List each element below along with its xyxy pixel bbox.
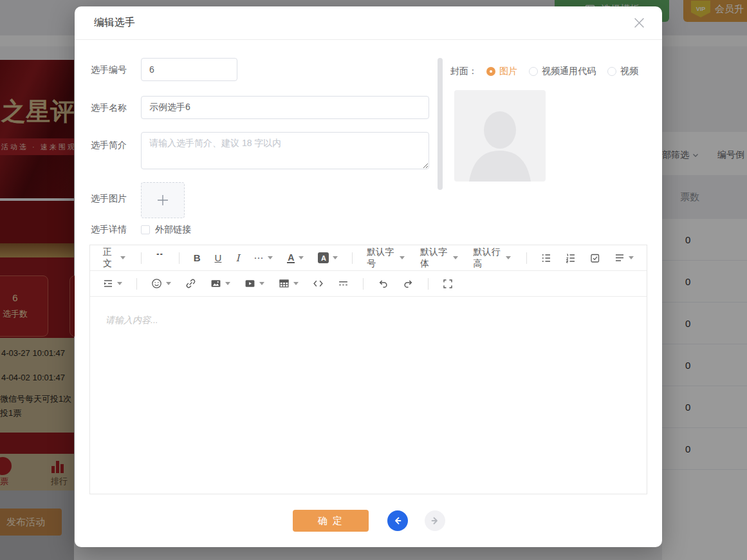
font-color-dropdown[interactable]: A: [287, 253, 304, 263]
editor-placeholder: 请输入内容...: [106, 315, 158, 326]
bg-color-dropdown[interactable]: A: [318, 252, 338, 263]
screen: 选择模板 VIP 会员升 之星评 活动选 · 速来围观 6 选手数 4-03-2…: [0, 0, 747, 560]
plus-icon: [155, 192, 171, 208]
editor-toolbar-row-1: 正文 “ B U I ⋯ A A: [90, 245, 647, 271]
rich-text-editor: 正文 “ B U I ⋯ A A: [89, 245, 647, 494]
task-list-button[interactable]: [590, 253, 600, 263]
cover-label: 封面：: [450, 66, 477, 77]
link-button[interactable]: [185, 278, 196, 289]
emoji-icon: [151, 278, 162, 289]
editor-content-area[interactable]: 请输入内容...: [90, 297, 647, 494]
line-height-dropdown[interactable]: 默认行高: [474, 247, 512, 270]
player-intro-label: 选手简介: [91, 140, 127, 151]
external-link-checkbox[interactable]: [141, 225, 150, 234]
arrow-left-icon: [392, 515, 403, 527]
cover-option-video-code[interactable]: 视频通用代码: [529, 66, 596, 77]
person-silhouette-icon: [461, 106, 539, 182]
link-icon: [185, 278, 196, 289]
underline-button[interactable]: U: [215, 252, 222, 263]
close-button[interactable]: [632, 17, 645, 30]
horizontal-rule-icon: [338, 278, 349, 289]
bullet-list-button[interactable]: [541, 253, 551, 263]
caret-down-icon: [268, 256, 273, 259]
cover-options: 封面： 图片 视频通用代码 视频: [450, 66, 638, 77]
bullet-list-icon: [541, 253, 551, 263]
edit-player-modal: 编辑选手 选手编号 选手名称 选手简介 选手图片 选手详情 外部链接 封面：: [75, 6, 662, 547]
modal-header: 编辑选手: [75, 6, 662, 40]
form-scrollbar-thumb[interactable]: [438, 58, 443, 190]
undo-button[interactable]: [378, 278, 389, 289]
caret-down-icon: [120, 256, 125, 259]
caret-down-icon: [629, 256, 634, 259]
ordered-list-icon: [566, 253, 576, 263]
italic-button[interactable]: I: [235, 252, 239, 264]
insert-video-dropdown[interactable]: [244, 278, 264, 289]
radio-icon: [607, 67, 616, 76]
caret-down-icon: [506, 256, 511, 259]
player-number-label: 选手编号: [91, 64, 127, 76]
emoji-dropdown[interactable]: [151, 278, 171, 289]
toolbar-separator: [428, 278, 429, 290]
indent-icon: [103, 279, 113, 289]
more-styles-dropdown[interactable]: ⋯: [254, 252, 273, 264]
player-name-input[interactable]: [141, 96, 429, 119]
radio-icon: [529, 67, 538, 76]
caret-down-icon: [293, 282, 299, 285]
toolbar-separator: [363, 278, 364, 290]
redo-icon: [403, 278, 414, 289]
player-detail-label: 选手详情: [91, 224, 127, 236]
font-size-dropdown[interactable]: 默认字号: [367, 247, 405, 270]
task-list-icon: [590, 253, 600, 263]
image-icon: [210, 278, 221, 289]
ordered-list-button[interactable]: [566, 253, 576, 263]
fullscreen-icon: [443, 279, 453, 289]
caret-down-icon: [259, 282, 264, 285]
paragraph-style-dropdown[interactable]: 正文: [103, 247, 125, 270]
caret-down-icon: [453, 256, 458, 259]
insert-table-dropdown[interactable]: [279, 278, 299, 289]
editor-toolbar-row-2: [90, 271, 647, 297]
radio-selected-icon: [486, 67, 495, 76]
caret-down-icon: [400, 256, 405, 259]
redo-button[interactable]: [403, 278, 414, 289]
toolbar-separator: [136, 278, 137, 290]
fullscreen-button[interactable]: [443, 279, 453, 289]
bold-button[interactable]: B: [194, 252, 201, 263]
player-intro-textarea[interactable]: [141, 132, 429, 169]
caret-down-icon: [333, 256, 338, 259]
blockquote-button[interactable]: “: [156, 254, 165, 263]
next-player-button[interactable]: [425, 510, 445, 531]
player-name-label: 选手名称: [91, 102, 127, 114]
align-dropdown[interactable]: [614, 253, 634, 263]
font-family-dropdown[interactable]: 默认字体: [420, 247, 458, 270]
previous-player-button[interactable]: [387, 510, 408, 531]
table-icon: [279, 278, 290, 289]
cover-option-video-label: 视频: [620, 66, 638, 77]
caret-down-icon: [166, 282, 171, 285]
toolbar-separator: [141, 252, 142, 264]
cover-option-image-label: 图片: [499, 66, 517, 77]
toolbar-separator: [526, 252, 527, 264]
player-image-upload[interactable]: [141, 182, 185, 218]
indent-dropdown[interactable]: [103, 279, 122, 289]
code-button[interactable]: [313, 278, 324, 289]
insert-image-dropdown[interactable]: [210, 278, 230, 289]
undo-icon: [378, 278, 389, 289]
external-link-label[interactable]: 外部链接: [155, 224, 191, 236]
toolbar-separator: [352, 252, 353, 264]
code-icon: [313, 278, 324, 289]
arrow-right-icon: [429, 515, 441, 527]
caret-down-icon: [299, 256, 304, 259]
divider-button[interactable]: [338, 278, 349, 289]
confirm-button[interactable]: 确 定: [293, 510, 369, 532]
toolbar-separator: [179, 252, 180, 264]
cover-option-video-code-label: 视频通用代码: [542, 66, 596, 77]
caret-down-icon: [117, 282, 122, 285]
cover-option-video[interactable]: 视频: [607, 66, 638, 77]
player-number-input[interactable]: [141, 58, 237, 81]
cover-image-preview[interactable]: [454, 90, 546, 182]
caret-down-icon: [225, 282, 230, 285]
cover-option-image[interactable]: 图片: [486, 66, 517, 77]
modal-title: 编辑选手: [94, 16, 135, 30]
player-image-label: 选手图片: [91, 193, 127, 205]
